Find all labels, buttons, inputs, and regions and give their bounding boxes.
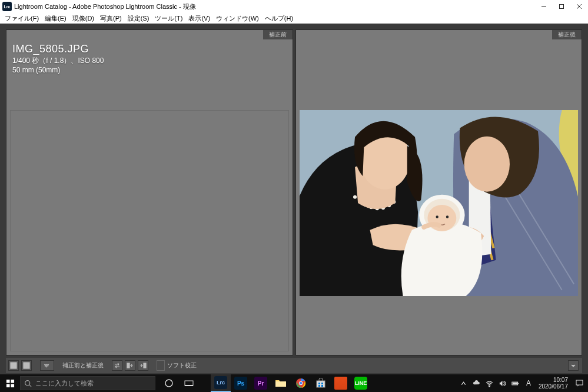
ime-indicator[interactable]: A [522, 374, 535, 392]
before-label: 補正前 [263, 30, 293, 39]
svg-point-41 [300, 382, 303, 385]
taskbar-app-explorer[interactable] [271, 374, 291, 392]
photo-lens: 50 mm (50mm) [12, 65, 104, 75]
menu-bar: ファイル(F) 編集(E) 現像(D) 写真(P) 設定(S) ツール(T) 表… [0, 13, 588, 24]
svg-point-47 [489, 386, 490, 387]
taskbar-search[interactable]: ここに入力して検索 [20, 376, 155, 390]
svg-rect-36 [185, 381, 193, 386]
svg-rect-1 [560, 5, 564, 9]
taskbar-app-chrome[interactable] [291, 374, 311, 392]
svg-point-33 [25, 380, 30, 385]
compare-h-button[interactable] [21, 360, 32, 371]
battery-icon[interactable] [509, 374, 522, 392]
svg-rect-50 [513, 382, 517, 384]
folder-icon [275, 378, 287, 388]
photo-metadata-overlay: IMG_5805.JPG 1/400 秒（f / 1.8）、ISO 800 50… [12, 42, 104, 75]
svg-rect-32 [11, 384, 14, 387]
before-image-placeholder [10, 110, 289, 351]
app-icon: Lrc [2, 2, 12, 11]
menu-edit[interactable]: 編集(E) [42, 14, 69, 23]
soft-proof-label: ソフト校正 [167, 361, 197, 370]
copy-before-to-after-button[interactable] [125, 360, 135, 371]
svg-rect-49 [518, 383, 519, 384]
svg-rect-29 [6, 379, 9, 383]
taskbar-clock[interactable]: 10:07 2020/06/17 [535, 377, 572, 390]
toolbar-menu-button[interactable] [568, 360, 579, 371]
svg-point-21 [436, 215, 438, 218]
after-image-svg [300, 110, 579, 296]
svg-point-9 [353, 195, 356, 199]
menu-view[interactable]: 表示(V) [185, 14, 213, 23]
maximize-button[interactable] [553, 0, 570, 13]
taskbar-app-premiere[interactable]: Pr [251, 374, 271, 392]
svg-rect-28 [144, 363, 146, 368]
svg-point-22 [446, 215, 448, 218]
swap-before-after-button[interactable] [112, 360, 122, 371]
menu-tool[interactable]: ツール(T) [152, 14, 185, 23]
menu-develop[interactable]: 現像(D) [69, 14, 97, 23]
menu-window[interactable]: ウィンドウ(W) [213, 14, 262, 23]
svg-rect-46 [321, 385, 323, 387]
tray-overflow-button[interactable] [457, 374, 470, 392]
action-center-button[interactable] [572, 374, 587, 392]
svg-rect-43 [318, 383, 320, 384]
search-icon [24, 380, 32, 387]
menu-photo[interactable]: 写真(P) [97, 14, 125, 23]
chrome-icon [295, 378, 306, 388]
svg-point-35 [165, 380, 172, 387]
soft-proof-checkbox[interactable] [157, 360, 165, 371]
window-titlebar: Lrc Lightroom Catalog - Adobe Photoshop … [0, 0, 588, 13]
menu-settings[interactable]: 設定(S) [125, 14, 152, 23]
start-button[interactable] [0, 374, 20, 392]
clock-time: 10:07 [539, 377, 568, 383]
svg-line-34 [29, 384, 31, 386]
taskbar-app-line[interactable]: LINE [351, 374, 371, 392]
svg-rect-31 [6, 384, 9, 387]
store-icon [315, 378, 326, 388]
clock-date: 2020/06/17 [539, 383, 568, 390]
compare-mode-button[interactable]: Y|Y [40, 360, 54, 371]
after-panel[interactable]: 補正後 [295, 29, 583, 356]
window-title: Lightroom Catalog - Adobe Photoshop Ligh… [14, 2, 196, 11]
wifi-icon[interactable] [483, 374, 496, 392]
svg-rect-51 [576, 380, 583, 385]
after-image [300, 110, 579, 296]
develop-toolbar: Y|Y 補正前と補正後 ソフト校正 [6, 358, 582, 373]
minimize-button[interactable] [535, 0, 553, 13]
svg-rect-25 [27, 363, 30, 368]
before-after-compare: 補正前 IMG_5805.JPG 1/400 秒（f / 1.8）、ISO 80… [0, 24, 588, 356]
task-view-button[interactable] [179, 374, 199, 392]
svg-rect-42 [317, 381, 325, 387]
svg-rect-23 [11, 363, 16, 368]
svg-rect-44 [321, 383, 323, 384]
develop-module: 補正前 IMG_5805.JPG 1/400 秒（f / 1.8）、ISO 80… [0, 24, 588, 374]
svg-point-8 [464, 137, 509, 192]
before-panel[interactable]: 補正前 IMG_5805.JPG 1/400 秒（f / 1.8）、ISO 80… [6, 29, 293, 356]
onedrive-icon[interactable] [470, 374, 483, 392]
system-tray: A 10:07 2020/06/17 [457, 374, 588, 392]
svg-rect-27 [127, 363, 129, 368]
photo-filename: IMG_5805.JPG [12, 42, 104, 56]
svg-rect-45 [318, 385, 320, 387]
menu-help[interactable]: ヘルプ(H) [262, 14, 296, 23]
volume-icon[interactable] [496, 374, 509, 392]
svg-rect-30 [11, 379, 14, 383]
search-placeholder: ここに入力して検索 [35, 379, 94, 388]
svg-rect-24 [24, 363, 26, 368]
windows-taskbar: ここに入力して検索 Lrc Ps Pr LINE A 10:07 2020/06… [0, 374, 588, 392]
after-label: 補正後 [552, 30, 582, 39]
taskbar-app-photoshop[interactable]: Ps [231, 374, 251, 392]
close-button[interactable] [570, 0, 588, 13]
taskbar-app-office[interactable] [331, 374, 351, 392]
cortana-button[interactable] [159, 374, 179, 392]
before-after-label: 補正前と補正後 [62, 361, 104, 370]
svg-text:Y|Y: Y|Y [44, 364, 49, 367]
menu-file[interactable]: ファイル(F) [2, 14, 42, 23]
photo-exposure: 1/400 秒（f / 1.8）、ISO 800 [12, 56, 104, 65]
copy-after-to-before-button[interactable] [138, 360, 148, 371]
taskbar-app-store[interactable] [311, 374, 331, 392]
svg-point-20 [427, 205, 456, 231]
svg-rect-38 [275, 381, 286, 387]
loupe-view-button[interactable] [8, 360, 19, 371]
taskbar-app-lightroom[interactable]: Lrc [211, 374, 231, 392]
